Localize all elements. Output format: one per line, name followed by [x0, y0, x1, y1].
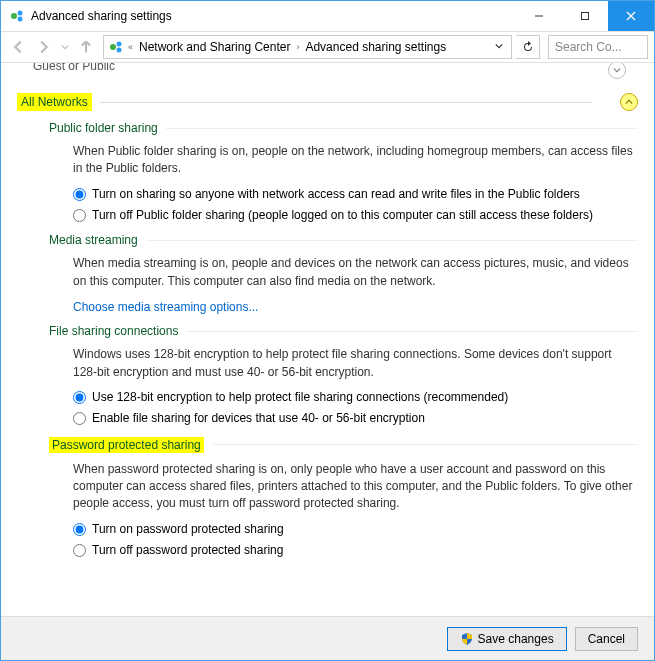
radio-public-on[interactable]: Turn on sharing so anyone with network a… — [73, 186, 638, 203]
file-sharing-group: File sharing connections Windows uses 12… — [49, 324, 638, 426]
subsection-desc: When media streaming is on, people and d… — [73, 255, 638, 290]
section-title: All Networks — [17, 93, 92, 111]
address-bar[interactable]: « Network and Sharing Center › Advanced … — [103, 35, 512, 59]
window-title: Advanced sharing settings — [31, 9, 516, 23]
subsection-desc: Windows uses 128-bit encryption to help … — [73, 346, 638, 381]
minimize-button[interactable] — [516, 1, 562, 31]
chevron-down-icon[interactable] — [608, 63, 626, 79]
radio-40-56bit[interactable]: Enable file sharing for devices that use… — [73, 410, 638, 427]
subsection-title: File sharing connections — [49, 324, 638, 338]
footer: Save changes Cancel — [1, 616, 654, 660]
subsection-title: Password protected sharing — [49, 437, 638, 453]
search-input[interactable]: Search Co... — [548, 35, 648, 59]
radio-password-on[interactable]: Turn on password protected sharing — [73, 521, 638, 538]
network-icon — [108, 39, 124, 55]
address-dropdown[interactable] — [491, 42, 507, 52]
breadcrumb-sep: › — [296, 42, 299, 52]
subsection-title: Public folder sharing — [49, 121, 638, 135]
forward-button[interactable] — [33, 36, 55, 58]
window-controls — [516, 1, 654, 31]
up-button[interactable] — [75, 36, 97, 58]
back-button[interactable] — [7, 36, 29, 58]
chevron-up-icon[interactable] — [620, 93, 638, 111]
subsection-desc: When Public folder sharing is on, people… — [73, 143, 638, 178]
subsection-title: Media streaming — [49, 233, 638, 247]
save-button[interactable]: Save changes — [447, 627, 567, 651]
media-streaming-group: Media streaming When media streaming is … — [49, 233, 638, 314]
svg-point-1 — [18, 11, 23, 16]
app-icon — [9, 8, 25, 24]
svg-point-7 — [110, 44, 116, 50]
maximize-button[interactable] — [562, 1, 608, 31]
recent-dropdown[interactable] — [59, 36, 71, 58]
radio-128bit[interactable]: Use 128-bit encryption to help protect f… — [73, 389, 638, 406]
password-sharing-group: Password protected sharing When password… — [49, 437, 638, 559]
breadcrumb-sep: « — [128, 42, 133, 52]
previous-section-cut: Guest or Public — [17, 63, 638, 81]
radio-password-off[interactable]: Turn off password protected sharing — [73, 542, 638, 559]
svg-point-2 — [18, 17, 23, 22]
refresh-button[interactable] — [516, 35, 540, 59]
svg-point-9 — [117, 48, 122, 53]
all-networks-header[interactable]: All Networks — [17, 93, 638, 111]
content-area: Guest or Public All Networks Public fold… — [1, 63, 654, 616]
media-options-link[interactable]: Choose media streaming options... — [73, 300, 258, 314]
public-folder-sharing-group: Public folder sharing When Public folder… — [49, 121, 638, 223]
subsection-desc: When password protected sharing is on, o… — [73, 461, 638, 513]
svg-rect-4 — [582, 13, 589, 20]
titlebar: Advanced sharing settings — [1, 1, 654, 31]
breadcrumb-current[interactable]: Advanced sharing settings — [303, 40, 448, 54]
svg-point-0 — [11, 13, 17, 19]
close-button[interactable] — [608, 1, 654, 31]
navbar: « Network and Sharing Center › Advanced … — [1, 31, 654, 63]
radio-public-off[interactable]: Turn off Public folder sharing (people l… — [73, 207, 638, 224]
cancel-button[interactable]: Cancel — [575, 627, 638, 651]
breadcrumb-parent[interactable]: Network and Sharing Center — [137, 40, 292, 54]
svg-point-8 — [117, 42, 122, 47]
shield-icon — [460, 632, 474, 646]
